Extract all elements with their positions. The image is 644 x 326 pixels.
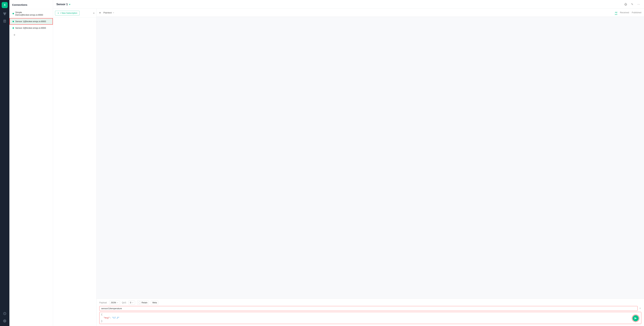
main-content: Sensor 1 ▾ ⏻ ✎ ⋯ + New Subscription ≡ [53,0,644,326]
filter-all-button[interactable]: All [615,11,617,15]
nav-info-icon[interactable] [2,310,8,316]
page-title: Sensor 1 [56,3,68,6]
payload-status-dot [99,12,101,14]
svg-point-14 [4,321,5,321]
payload-type-label: Plaintext [103,12,112,14]
payload-format-value: JSON [111,301,116,304]
payload-line-2: "msg": "17.2" [101,316,640,320]
app-logo[interactable]: X [2,2,8,8]
message-filter-buttons: All Received Published [615,11,641,15]
more-button[interactable]: ⋯ [636,2,641,7]
send-button-area [632,315,639,321]
connection-status-dot [12,27,14,29]
connection-status-dot [12,21,14,22]
filter-received-button[interactable]: Received [620,11,629,15]
add-connection-button[interactable] [12,33,17,37]
nav-connections-icon[interactable] [2,11,8,17]
connection-item-sensor-1[interactable]: Sensor 1@broker.emqx.io:8083 [10,18,53,25]
payload-type-button[interactable]: Plaintext [102,11,116,15]
send-button[interactable] [632,315,639,321]
qos-select[interactable]: 0 [128,301,135,305]
subscriptions-toolbar: + New Subscription ≡ [53,9,96,18]
payload-format-select[interactable]: JSON [109,301,120,305]
title-dropdown-icon[interactable]: ▾ [69,3,70,6]
edit-button[interactable]: ✎ [630,2,634,7]
messages-list [97,17,644,298]
payload-line-1: { [101,313,640,316]
filter-published-button[interactable]: Published [632,11,641,15]
nav-scripts-icon[interactable] [2,18,8,24]
connection-name: Sensor 1@broker.emqx.io:8083 [15,20,46,23]
header-actions: ⏻ ✎ ⋯ [624,2,641,7]
publish-area: Payload: JSON QoS: 0 [97,298,644,326]
filter-icon[interactable]: ≡ [93,12,94,15]
connections-header: Connections [10,0,53,9]
new-subscription-label: + New Subscription [60,12,77,14]
retain-button[interactable]: Retain [137,301,149,305]
retain-label: Retain [142,301,148,304]
payload-line-3: } [101,320,640,323]
publish-bottom: { "msg": "17.2" } [99,306,641,324]
publish-toolbar: Payload: JSON QoS: 0 [99,301,641,305]
meta-button[interactable]: Meta [151,301,158,305]
top-header: Sensor 1 ▾ ⏻ ✎ ⋯ [53,0,644,9]
connection-status-dot [12,13,14,14]
payload-editor[interactable]: { "msg": "17.2" } [99,312,641,324]
svg-rect-0 [4,13,4,14]
payload-label: Payload: [99,301,107,304]
expand-icon[interactable] [639,307,641,310]
messages-toolbar: Plaintext All Received Published [97,9,644,17]
new-subscription-button[interactable]: + New Subscription [55,11,80,16]
retain-checkbox [138,301,141,304]
nav-bar: X [0,0,10,326]
connection-item-simple-demo[interactable]: Simple Demo@broker.emqx.io:8083 [10,9,53,18]
topic-row [99,306,641,311]
connection-name: Sensor 2@broker.emqx.io:8083 [15,27,46,29]
subscriptions-panel: + New Subscription ≡ [53,9,97,326]
connection-item-sensor-2[interactable]: Sensor 2@broker.emqx.io:8083 [10,25,53,31]
connections-panel: Connections Simple Demo@broker.emqx.io:8… [10,0,53,326]
connection-name: Simple Demo@broker.emqx.io:8083 [15,11,50,16]
qos-label: QoS: [122,301,126,304]
svg-rect-2 [4,14,5,15]
split-view: + New Subscription ≡ Plaintext All R [53,9,644,326]
meta-label: Meta [152,301,157,304]
messages-area: Plaintext All Received Published Payload… [97,9,644,326]
qos-value: 0 [130,301,131,304]
power-button[interactable]: ⏻ [624,2,628,7]
svg-rect-1 [5,13,6,14]
nav-settings-icon[interactable] [2,318,8,324]
topic-input[interactable] [99,306,638,311]
